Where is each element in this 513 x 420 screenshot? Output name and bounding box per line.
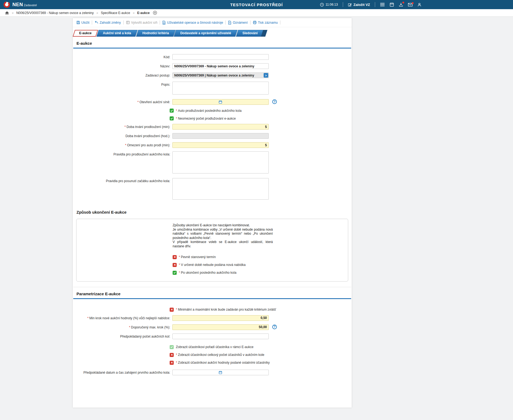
required-mark: * [179, 263, 180, 267]
doba-trvani-min-input[interactable] [172, 124, 269, 130]
breadcrumb-item-eaukce[interactable]: E-aukce [137, 11, 150, 15]
pravidla-prodlouzeni-textarea[interactable] [172, 151, 269, 173]
close-icon [153, 11, 157, 15]
print-record-button[interactable]: Tisk záznamu [253, 21, 278, 25]
otevreni-sine-help-button[interactable]: ? [272, 99, 277, 104]
toolbar-separator [280, 20, 280, 25]
field-row-zadavaci-postup: Zadávací postup: > [73, 72, 352, 78]
neomezeny-pocet-label: Neomezený počet prodlužování e-aukce [178, 117, 236, 120]
field-row-datum-zahajeni: Předpokládané datum a čas zahájení první… [73, 370, 352, 375]
info-line: Je umožněna kombinace volby „V určené do… [173, 228, 273, 240]
record-tabs: E-aukce Aukční síně a kola Hodnotící kri… [74, 30, 352, 37]
celkovy-pocet-label: Zobrazit účastníkovi celkový počet účast… [178, 353, 264, 357]
brand[interactable]: NEN Zadavatel [12, 2, 37, 8]
chevron-right-icon: > [265, 74, 267, 77]
breadcrumb: > N006/25/V00007369 - Nákup semen ovoce … [0, 9, 513, 17]
datum-zahajeni-label: Předpokládané datum a čas zahájení první… [75, 370, 172, 374]
open-zadavaci-postup-button[interactable]: > [264, 73, 268, 78]
field-row-omezeni-auto-prodl: *Omezení pro auto prodl (min): [73, 142, 352, 148]
tab-sledovani[interactable]: Sledování [237, 30, 263, 37]
po-ukonceni-checkbox[interactable] [173, 271, 177, 275]
field-row-nazev: Název: [73, 63, 352, 69]
notices-button[interactable]: Oznámení [228, 21, 247, 25]
content-panel: Uložit Zahodit změny Vytvořit aukční síň [73, 18, 352, 408]
celkovy-pocet-checkbox[interactable] [170, 353, 174, 357]
datum-zahajeni-datepicker-button[interactable] [219, 371, 222, 374]
tab-e-aukce[interactable]: E-aukce [74, 30, 97, 37]
create-auction-hall-button: Vytvořit aukční síň [126, 21, 158, 25]
pravidla-posunuti-textarea[interactable] [172, 178, 269, 200]
pravidla-prodlouzeni-label: Pravidla pro prodloužení aukčního kola: [75, 151, 172, 156]
section-title-e-aukce: E-aukce [73, 41, 351, 48]
close-tab-button[interactable] [153, 11, 157, 15]
min-max-krok-checkbox[interactable] [170, 308, 174, 312]
messages-button[interactable] [408, 3, 413, 6]
min-krok-input[interactable] [172, 315, 269, 321]
topbar-separator [343, 2, 343, 7]
cross-icon [174, 256, 176, 258]
popis-label: Popis: [75, 82, 172, 86]
neomezeny-pocet-checkbox[interactable] [170, 116, 174, 120]
hamburger-icon [380, 3, 385, 6]
tab-aukcni-sine-a-kola[interactable]: Aukční síně a kola [97, 30, 137, 37]
document-icon [162, 21, 166, 25]
breadcrumb-item-specifikace[interactable]: Specifikace E-aukce [101, 11, 130, 15]
downloads-button[interactable] [399, 2, 403, 7]
printer-icon [253, 21, 257, 24]
max-krok-help-button[interactable]: ? [272, 325, 277, 329]
section-divider [73, 287, 351, 287]
profile-button[interactable] [417, 3, 421, 7]
discard-changes-button[interactable]: Zahodit změny [95, 21, 121, 25]
toolbar-separator [225, 20, 226, 25]
zpusob-ukonceni-box: Způsoby ukončení E-aukce lze navzájem ko… [76, 219, 348, 282]
max-krok-input[interactable] [172, 324, 269, 330]
otevreni-sine-datepicker-button[interactable] [219, 100, 222, 104]
save-button[interactable]: Uložit [76, 21, 89, 25]
pocet-kol-input[interactable] [172, 334, 269, 339]
field-row-pocet-kol: Předpokládaný počet aukčních kol: [73, 334, 352, 339]
calendar-icon [219, 100, 222, 104]
omezeni-auto-prodl-input[interactable] [172, 142, 269, 148]
pevny-termin-checkbox[interactable] [173, 255, 177, 259]
toolbar-separator [160, 20, 160, 25]
tab-dodavatele-a-opravneni-uzivatele[interactable]: Dodavatelé a oprávnění uživatelé [175, 30, 236, 37]
print-record-label: Tisk záznamu [258, 21, 278, 25]
nazev-input[interactable] [172, 63, 269, 69]
max-krok-label: Doporučený max. krok (%): [131, 325, 170, 329]
calendar-button[interactable] [390, 2, 394, 7]
breadcrumb-item-procedure[interactable]: N006/25/V00007369 - Nákup semen ovoce a … [16, 11, 94, 15]
toolbar-separator [123, 20, 124, 25]
tab-hodnotici-kriteria[interactable]: Hodnotící kritéria [137, 30, 175, 37]
save-icon [76, 21, 80, 24]
downloads-badge [402, 2, 404, 4]
create-vz-button[interactable]: Založit VZ [348, 3, 370, 7]
breadcrumb-separator: > [133, 11, 134, 15]
calendar-icon [219, 371, 222, 374]
create-vz-label: Založit VZ [354, 3, 370, 7]
urcena-doba-checkbox[interactable] [173, 263, 177, 267]
pravidla-posunuti-label: Pravidla pro posunutí začátku aukčního k… [75, 178, 172, 183]
user-operations-label: Uživatelské operace a činnosti nástroje [167, 21, 223, 25]
cross-icon [171, 362, 173, 364]
required-mark: * [176, 308, 177, 311]
section-title-zpusob-ukonceni: Způsob ukončení E-aukce [76, 210, 352, 214]
info-line: V případě kombinace voleb se E-aukce uko… [173, 240, 273, 248]
hodnoty-ostatni-checkbox[interactable] [170, 361, 174, 365]
user-operations-button[interactable]: Uživatelské operace a činnosti nástroje [162, 21, 223, 25]
field-row-doba-trvani-min: *Doba trvání prodloužení (min): [73, 124, 352, 130]
menu-button[interactable] [380, 3, 385, 6]
kod-input[interactable] [172, 54, 269, 60]
help-icon: ? [274, 325, 275, 329]
hodnoty-ostatni-label: Zobrazit účastníkovi aukční hodnoty poda… [178, 361, 270, 365]
cross-icon [174, 264, 176, 266]
popis-textarea[interactable] [172, 82, 269, 95]
auto-prodluzovani-checkbox[interactable] [170, 109, 174, 113]
brand-sub: Zadavatel [24, 4, 37, 7]
doba-trvani-hod-label: Doba trvání prodloužení (hod.): [75, 133, 172, 138]
po-ukonceni-label: Po ukončení posledního aukčního kola [181, 271, 236, 275]
check-icon [170, 117, 173, 120]
home-button[interactable] [5, 11, 9, 15]
checkbox-row-auto-prodluzovani: * Auto prodlužování posledního aukčního … [170, 109, 352, 113]
save-label: Uložit [81, 21, 89, 25]
min-krok-label: Min krok nové aukční hodnoty (%) vůči ne… [89, 316, 170, 320]
